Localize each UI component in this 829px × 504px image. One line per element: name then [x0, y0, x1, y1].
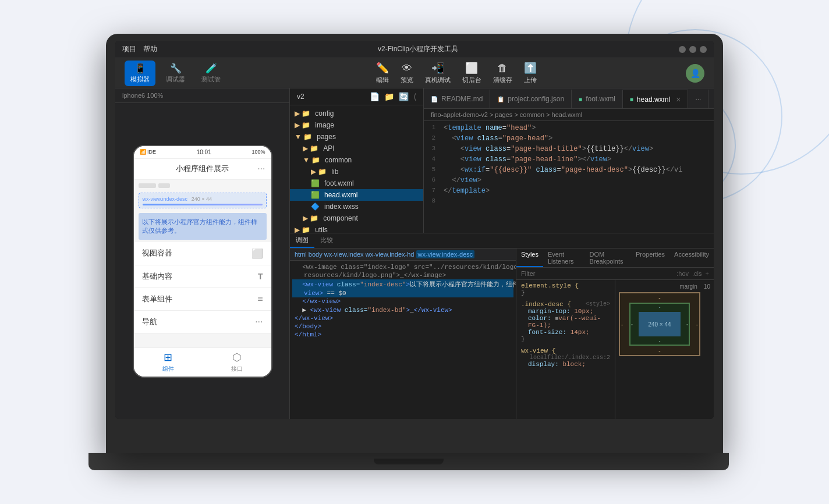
api-nav-label: 接口	[231, 365, 243, 373]
tree-item-image[interactable]: ▶ 📁 image	[290, 119, 423, 131]
styles-tab-dom-breakpoints[interactable]: DOM Breakpoints	[584, 249, 631, 267]
bottom-nav-components[interactable]: ⊞ 组件	[162, 351, 174, 373]
devtools-header: 调图 比较	[290, 233, 714, 249]
background-action[interactable]: ⬜ 切后台	[462, 62, 481, 84]
folder-icon: ▶ 📁	[303, 214, 318, 222]
padding-right: -	[686, 322, 688, 327]
styles-source-wx-view: localfile:/.index.css:2	[530, 354, 610, 361]
phone-status-bar: 📶 IDE 10:01 100%	[134, 146, 271, 159]
bottom-nav-api[interactable]: ⬡ 接口	[231, 351, 243, 373]
tab-head-wxml[interactable]: ■ head.wxml ×	[623, 90, 689, 108]
devtools-element-breadcrumb: html body wx-view.index wx-view.index-hd…	[290, 249, 516, 261]
devtools-tab-view[interactable]: 调图	[290, 233, 314, 248]
new-folder-icon[interactable]: 📁	[384, 92, 394, 101]
styles-tab-styles[interactable]: Styles	[516, 249, 543, 267]
user-avatar[interactable]: 👤	[686, 64, 704, 83]
phone-list: 视图容器 ⬜ 基础内容 T 表单组件 ≡	[134, 242, 271, 333]
code-line-2: 2 <view class="page-head">	[424, 134, 714, 144]
style-rule-index-desc: .index-desc { <style> margin-top: 10px; …	[521, 301, 610, 343]
tree-item-utils[interactable]: ▶ 📁 utils	[290, 224, 423, 233]
styles-tab-accessibility[interactable]: Accessibility	[669, 249, 714, 267]
list-item-2[interactable]: 表单组件 ≡	[134, 288, 271, 311]
tree-item-head-wxml[interactable]: 🟩 head.wxml	[290, 189, 423, 201]
filter-hint-cls[interactable]: .cls	[692, 270, 702, 277]
device-label: iphone6 100%	[122, 92, 163, 99]
dom-line-1: <wx-image class="index-logo" src="../res…	[292, 263, 513, 271]
list-item-0[interactable]: 视图容器 ⬜	[134, 242, 271, 265]
toolbar: 📱 模拟器 🔧 调试器 🧪 测试管 ✏️ 编辑	[115, 58, 714, 88]
file-tree-actions: 📄 📁 🔄 ⟨	[370, 92, 416, 101]
edit-label: 编辑	[376, 76, 389, 84]
tab-foot-wxml[interactable]: ■ foot.wxml	[572, 90, 623, 108]
minimize-button[interactable]	[679, 46, 686, 53]
tab-more[interactable]: ···	[688, 90, 708, 108]
box-model-wrapper: - - - - - -	[619, 292, 700, 356]
clear-cache-icon: 🗑	[497, 62, 508, 74]
menu-item-project[interactable]: 项目	[122, 44, 136, 54]
upload-icon: ⬆️	[524, 62, 537, 74]
tab-readme[interactable]: 📄 README.md	[424, 90, 490, 108]
maximize-button[interactable]	[689, 46, 696, 53]
simulator-icon: 📱	[134, 63, 146, 74]
devtools-tab-compare[interactable]: 比较	[314, 233, 339, 248]
menu-item-help[interactable]: 帮助	[143, 44, 157, 54]
list-icon-1: T	[258, 272, 263, 281]
collapse-icon[interactable]: ⟨	[413, 92, 416, 101]
tab-project-config[interactable]: 📋 project.config.json	[490, 90, 572, 108]
breadcrumb-html[interactable]: html	[295, 251, 307, 258]
styles-selector-wx-view: wx-view {	[521, 347, 555, 354]
device-debug-icon: 📲	[431, 62, 444, 74]
tree-item-foot-wxml[interactable]: 🟩 foot.wxml	[290, 178, 423, 189]
tab-readme-label: README.md	[441, 95, 483, 103]
styles-prop-color: color:	[528, 315, 551, 322]
devtools-code-area[interactable]: <wx-image class="index-logo" src="../res…	[290, 261, 516, 419]
tree-item-config[interactable]: ▶ 📁 config	[290, 108, 423, 119]
breadcrumb-wx-view-index[interactable]: wx-view.index	[324, 251, 364, 258]
battery-level: 100%	[251, 149, 265, 155]
tree-item-component[interactable]: ▶ 📁 component	[290, 212, 423, 224]
breadcrumb-body[interactable]: body	[309, 251, 323, 258]
tree-item-api[interactable]: ▶ 📁 API	[290, 143, 423, 154]
tab-close-icon[interactable]: ×	[676, 95, 681, 104]
tree-item-pages[interactable]: ▼ 📁 pages	[290, 131, 423, 143]
device-debug-action[interactable]: 📲 真机调试	[425, 62, 451, 84]
list-label-1: 基础内容	[142, 271, 172, 282]
list-item-1[interactable]: 基础内容 T	[134, 265, 271, 288]
filter-hint-hov[interactable]: :hov	[676, 270, 689, 277]
close-button[interactable]	[700, 46, 707, 53]
refresh-icon[interactable]: 🔄	[399, 92, 409, 101]
styles-tab-event-listeners[interactable]: Event Listeners	[543, 249, 584, 267]
breadcrumb-wx-view-index-hd[interactable]: wx-view.index-hd	[366, 251, 414, 258]
simulator-button[interactable]: 📱 模拟器	[125, 61, 155, 86]
code-editor[interactable]: 1 <template name="head"> 2 <view class="…	[424, 121, 714, 233]
list-label-0: 视图容器	[142, 248, 172, 258]
preview-action[interactable]: 👁 预览	[401, 62, 413, 84]
upload-action[interactable]: ⬆️ 上传	[524, 62, 537, 84]
tree-item-common[interactable]: ▼ 📁 common	[290, 154, 423, 166]
styles-tab-properties[interactable]: Properties	[631, 249, 669, 267]
styles-prop-font-size: font-size:	[528, 329, 566, 336]
main-content: iphone6 100% 📶 IDE 10:01 100%	[115, 88, 714, 419]
folder-icon: ▶ 📁	[295, 121, 310, 129]
tree-item-lib[interactable]: ▶ 📁 lib	[290, 166, 423, 178]
box-model-panel: margin 10 - - - -	[615, 280, 714, 419]
menu-bar: 项目 帮助	[122, 44, 157, 54]
breadcrumb-wx-view-index-desc[interactable]: wx-view.index-desc	[416, 250, 475, 258]
right-panel: v2 📄 📁 🔄 ⟨	[290, 88, 714, 419]
tree-item-index-wxss[interactable]: 🔷 index.wxss	[290, 201, 423, 212]
padding-top: -	[659, 304, 661, 310]
new-file-icon[interactable]: 📄	[370, 92, 380, 101]
styles-filter-input[interactable]	[521, 270, 673, 277]
filter-hint-add[interactable]: +	[706, 270, 709, 277]
components-nav-label: 组件	[162, 365, 174, 373]
debugger-button[interactable]: 🔧 调试器	[160, 61, 191, 86]
margin-box: - - - - - -	[619, 292, 700, 356]
phone-highlight-text: 以下将展示小程序官方组件能力，组件样式仅供参考。	[142, 218, 257, 234]
file-tree-content: ▶ 📁 config ▶ 📁 image ▼ �	[290, 105, 423, 233]
edit-action[interactable]: ✏️ 编辑	[376, 62, 389, 84]
phone-nav-dots[interactable]: ···	[257, 164, 265, 174]
test-button[interactable]: 🧪 测试管	[196, 61, 226, 86]
styles-selector-index-desc: .index-desc {	[521, 301, 571, 308]
list-item-3[interactable]: 导航 ···	[134, 311, 271, 333]
clear-cache-action[interactable]: 🗑 清缓存	[493, 62, 512, 84]
